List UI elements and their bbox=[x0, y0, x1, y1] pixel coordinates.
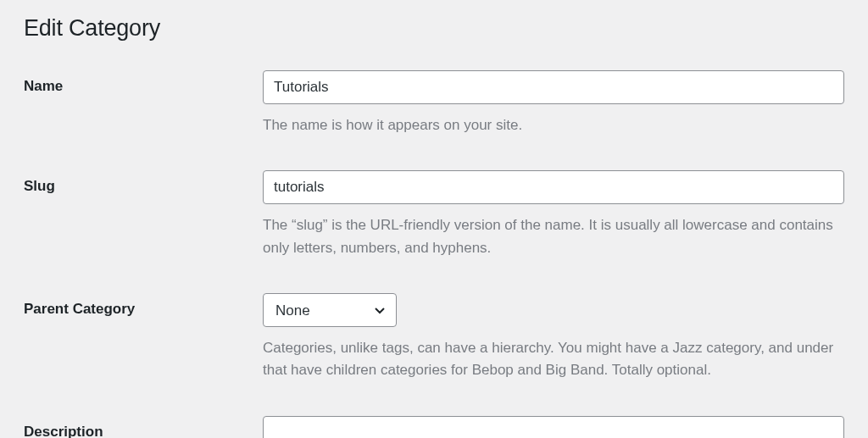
name-label: Name bbox=[24, 70, 263, 95]
name-row: Name The name is how it appears on your … bbox=[24, 70, 844, 136]
name-description: The name is how it appears on your site. bbox=[263, 114, 844, 136]
description-textarea[interactable] bbox=[263, 416, 844, 438]
name-input[interactable] bbox=[263, 70, 844, 104]
parent-label: Parent Category bbox=[24, 293, 263, 318]
description-field bbox=[263, 416, 844, 438]
parent-select[interactable]: None bbox=[263, 293, 397, 327]
slug-label: Slug bbox=[24, 170, 263, 195]
parent-row: Parent Category None Categories, unlike … bbox=[24, 293, 844, 382]
parent-field: None Categories, unlike tags, can have a… bbox=[263, 293, 844, 382]
slug-row: Slug The “slug” is the URL-friendly vers… bbox=[24, 170, 844, 259]
slug-description: The “slug” is the URL-friendly version o… bbox=[263, 214, 844, 259]
slug-field: The “slug” is the URL-friendly version o… bbox=[263, 170, 844, 259]
description-row: Description bbox=[24, 416, 844, 438]
description-label: Description bbox=[24, 416, 263, 438]
name-field: The name is how it appears on your site. bbox=[263, 70, 844, 136]
parent-description: Categories, unlike tags, can have a hier… bbox=[263, 337, 844, 382]
page-title: Edit Category bbox=[24, 15, 844, 42]
slug-input[interactable] bbox=[263, 170, 844, 204]
